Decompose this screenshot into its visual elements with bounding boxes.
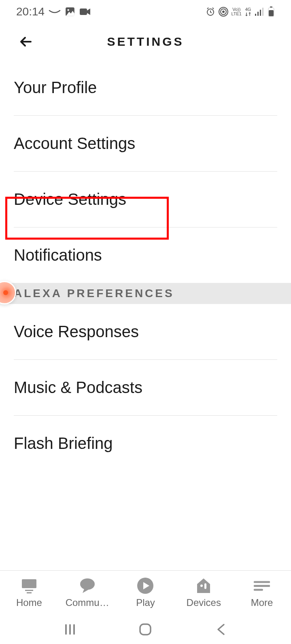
chat-icon	[78, 578, 97, 594]
devices-icon	[194, 578, 213, 594]
svg-rect-9	[260, 10, 261, 16]
svg-rect-10	[262, 8, 263, 16]
settings-item-music-podcasts[interactable]: Music & Podcasts	[14, 360, 277, 416]
status-left: 20:14	[16, 5, 91, 18]
settings-item-label: Notifications	[14, 246, 102, 264]
back-nav-button[interactable]	[209, 621, 233, 638]
home-nav-icon	[138, 623, 152, 636]
settings-item-label: Your Profile	[14, 79, 97, 96]
settings-item-your-profile[interactable]: Your Profile	[14, 60, 277, 116]
status-time: 20:14	[16, 5, 45, 18]
svg-rect-7	[255, 14, 256, 16]
svg-rect-14	[22, 579, 36, 588]
svg-rect-20	[204, 583, 206, 589]
image-icon	[65, 6, 75, 17]
section-title: ALEXA PREFERENCES	[14, 287, 174, 300]
home-button[interactable]	[133, 621, 157, 638]
video-icon	[79, 7, 91, 16]
nav-more[interactable]: More	[236, 578, 288, 608]
svg-point-19	[200, 584, 203, 587]
volte-icon: Vo)) LTE1	[232, 7, 242, 16]
svg-rect-23	[254, 589, 263, 591]
settings-item-label: Flash Briefing	[14, 434, 113, 452]
svg-point-17	[80, 578, 95, 590]
svg-rect-25	[69, 624, 71, 635]
system-nav	[0, 615, 291, 644]
status-right: Vo)) LTE1 4G	[206, 6, 275, 17]
page-title: SETTINGS	[16, 35, 275, 49]
back-button[interactable]	[16, 32, 36, 51]
svg-rect-15	[25, 590, 33, 591]
svg-point-1	[68, 9, 69, 11]
section-header-alexa-preferences: ALEXA PREFERENCES	[0, 283, 291, 304]
signal-icon	[255, 8, 264, 16]
status-bar: 20:14 Vo)) LTE1 4G	[0, 0, 291, 23]
alarm-icon	[206, 7, 215, 17]
svg-rect-2	[80, 9, 87, 15]
recent-apps-button[interactable]	[58, 621, 82, 638]
amazon-swoosh-icon	[49, 9, 61, 15]
settings-item-notifications[interactable]: Notifications	[14, 227, 277, 283]
battery-icon	[268, 6, 275, 17]
settings-item-label: Music & Podcasts	[14, 378, 142, 396]
arrow-left-icon	[18, 34, 34, 50]
home-icon	[19, 578, 39, 594]
nav-devices[interactable]: Devices	[177, 578, 230, 608]
svg-rect-26	[73, 624, 75, 635]
settings-item-label: Device Settings	[14, 190, 126, 208]
recent-icon	[63, 623, 77, 636]
bottom-nav: Home Commu… Play Devices More	[0, 570, 291, 615]
app-header: SETTINGS	[0, 23, 291, 60]
nav-play[interactable]: Play	[119, 578, 172, 608]
svg-rect-21	[254, 581, 270, 583]
svg-rect-13	[269, 10, 274, 16]
settings-list: Your Profile Account Settings Device Set…	[0, 60, 291, 283]
nav-label: Commu…	[66, 597, 109, 608]
settings-item-device-settings[interactable]: Device Settings	[14, 172, 277, 227]
settings-item-voice-responses[interactable]: Voice Responses	[14, 304, 277, 360]
svg-rect-24	[65, 624, 67, 635]
nav-communicate[interactable]: Commu…	[61, 578, 114, 608]
nav-label: Home	[16, 597, 42, 608]
svg-rect-8	[257, 12, 259, 16]
chevron-left-icon	[216, 623, 226, 636]
settings-item-flash-briefing[interactable]: Flash Briefing	[14, 416, 277, 471]
play-icon	[136, 578, 155, 594]
more-icon	[252, 578, 272, 594]
network-4g-icon: 4G	[245, 7, 251, 17]
svg-rect-22	[254, 585, 270, 587]
svg-rect-27	[140, 624, 151, 635]
hotspot-icon	[219, 7, 228, 17]
preferences-list: Voice Responses Music & Podcasts Flash B…	[0, 304, 291, 471]
settings-item-account-settings[interactable]: Account Settings	[14, 116, 277, 172]
settings-item-label: Account Settings	[14, 134, 135, 152]
nav-home[interactable]: Home	[3, 578, 55, 608]
nav-label: Play	[136, 597, 155, 608]
nav-label: More	[251, 597, 273, 608]
nav-label: Devices	[187, 597, 221, 608]
svg-point-4	[222, 11, 225, 13]
svg-rect-16	[27, 592, 32, 593]
settings-item-label: Voice Responses	[14, 323, 139, 340]
